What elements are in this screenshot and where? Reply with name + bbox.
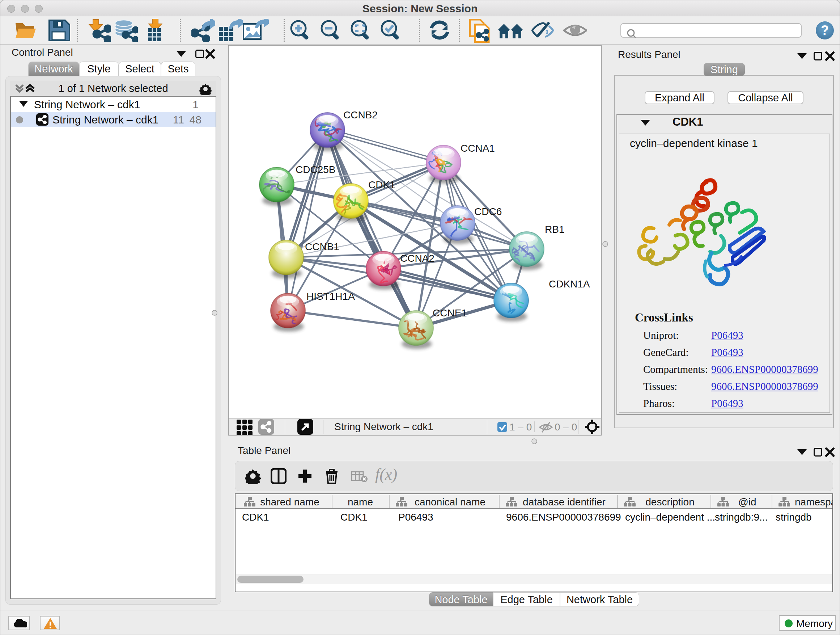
- svg-text:CCNB1: CCNB1: [305, 241, 339, 252]
- svg-text:CCNA1: CCNA1: [461, 143, 495, 154]
- svg-text:?: ?: [821, 23, 829, 38]
- svg-text:CDC6: CDC6: [474, 206, 502, 217]
- svg-text:CDC25B: CDC25B: [295, 164, 335, 175]
- svg-text:CDKN1A: CDKN1A: [549, 279, 590, 290]
- svg-text:CCNB2: CCNB2: [343, 109, 378, 120]
- svg-text:CDK1: CDK1: [368, 179, 395, 190]
- svg-text:RB1: RB1: [545, 224, 564, 235]
- svg-text:HIST1H1A: HIST1H1A: [306, 291, 355, 302]
- svg-text:CCNE1: CCNE1: [433, 307, 467, 318]
- svg-text:CCNA2: CCNA2: [400, 253, 434, 264]
